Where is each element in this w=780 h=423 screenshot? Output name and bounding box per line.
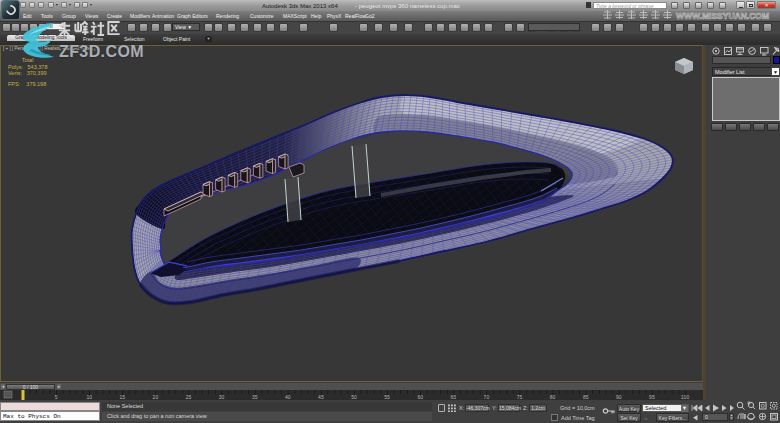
svg-text:WWW.MISSYUAN.COM: WWW.MISSYUAN.COM bbox=[676, 11, 769, 21]
